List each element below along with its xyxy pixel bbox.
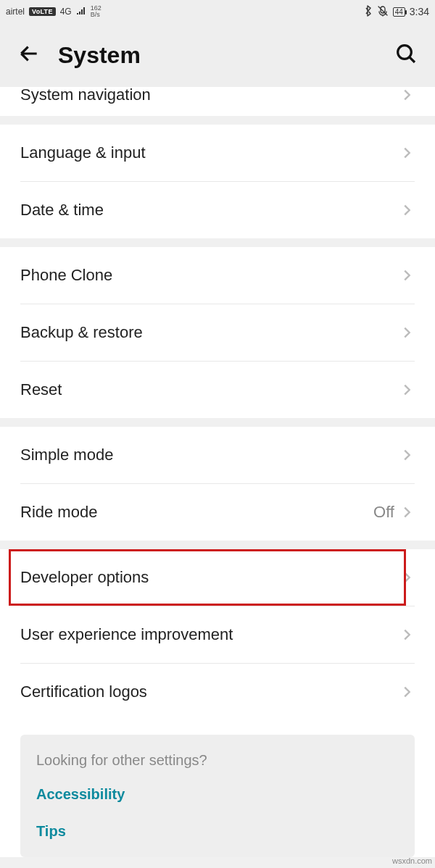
chevron-right-icon [399,382,415,398]
status-left: airtel VoLTE 4G 162 B/s [6,5,102,18]
help-question: Looking for other settings? [36,752,399,769]
row-reset[interactable]: Reset [0,362,435,418]
row-label: Ride mode [20,503,373,522]
row-label: Backup & restore [20,323,399,342]
help-link-tips[interactable]: Tips [36,823,399,840]
watermark: wsxdn.com [392,856,432,865]
row-backup-restore[interactable]: Backup & restore [0,304,435,361]
chevron-right-icon [399,569,415,585]
status-bar: airtel VoLTE 4G 162 B/s 44 3:34 [0,0,435,23]
chevron-right-icon [399,627,415,643]
chevron-right-icon [399,87,415,103]
row-value: Off [373,503,394,522]
row-certification-logos[interactable]: Certification logos [0,664,435,720]
data-rate: 162 B/s [91,5,102,18]
battery-indicator: 44 [393,7,405,17]
chevron-right-icon [399,202,415,218]
signal-icon [76,7,86,17]
chevron-right-icon [399,504,415,520]
row-developer-options[interactable]: Developer options [0,549,435,606]
chevron-right-icon [399,447,415,463]
search-button[interactable] [394,42,418,68]
row-label: Certification logos [20,683,399,701]
chevron-right-icon [399,325,415,341]
chevron-right-icon [399,684,415,700]
status-right: 44 3:34 [364,5,429,19]
svg-point-0 [398,46,412,59]
row-label: Simple mode [20,446,399,464]
row-date-time[interactable]: Date & time [0,182,435,238]
row-phone-clone[interactable]: Phone Clone [0,247,435,304]
bluetooth-icon [364,5,373,19]
clock-label: 3:34 [410,6,429,17]
row-label: Language & input [20,143,399,162]
row-label: System navigation [20,87,399,104]
row-label: Developer options [20,568,399,587]
carrier-label: airtel [6,7,25,17]
row-simple-mode[interactable]: Simple mode [0,427,435,483]
row-language-input[interactable]: Language & input [0,125,435,181]
volte-badge: VoLTE [29,7,56,16]
mute-icon [377,5,389,19]
help-card: Looking for other settings? Accessibilit… [20,735,415,857]
network-gen-label: 4G [60,7,72,17]
row-label: Reset [20,380,399,399]
help-link-accessibility[interactable]: Accessibility [36,786,399,803]
row-user-experience[interactable]: User experience improvement [0,606,435,663]
header-bar: System [0,23,435,87]
chevron-right-icon [399,145,415,161]
back-button[interactable] [17,42,41,68]
row-system-navigation[interactable]: System navigation [0,87,435,116]
row-label: Date & time [20,201,399,220]
row-ride-mode[interactable]: Ride mode Off [0,484,435,541]
page-title: System [58,42,377,69]
content-scroll[interactable]: System navigation Language & input Date … [0,87,435,868]
chevron-right-icon [399,267,415,283]
row-label: Phone Clone [20,266,399,285]
row-label: User experience improvement [20,625,399,644]
